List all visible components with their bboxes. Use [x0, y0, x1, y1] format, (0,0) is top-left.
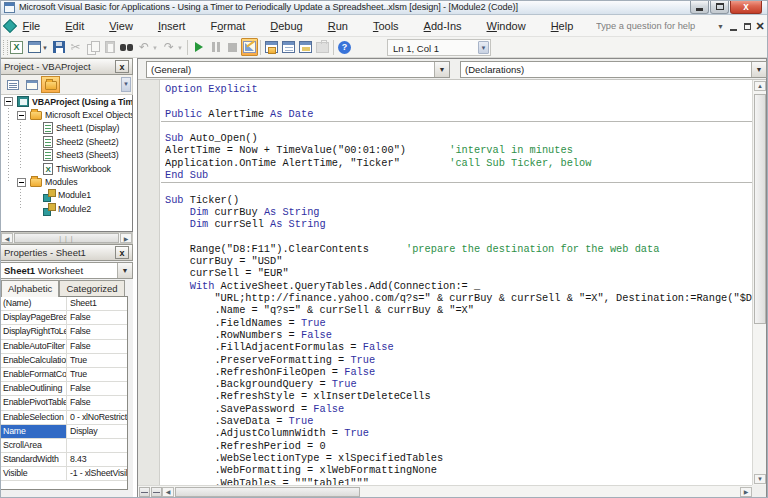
menu-window[interactable]: Window — [474, 17, 538, 35]
cut-icon[interactable]: ✂ — [67, 38, 84, 56]
procedure-dropdown[interactable]: (Declarations) ▼ — [460, 61, 767, 78]
run-icon[interactable] — [190, 38, 207, 56]
menu-tools[interactable]: Tools — [360, 17, 411, 35]
save-icon[interactable] — [50, 38, 67, 56]
properties-panel-titlebar[interactable]: Properties - Sheet1 x — [0, 244, 133, 261]
scroll-left-icon[interactable]: ◀ — [162, 487, 174, 497]
properties-close-icon[interactable]: x — [115, 246, 129, 259]
object-dropdown-icon[interactable]: ▼ — [434, 62, 449, 77]
folder-icon — [30, 111, 42, 120]
menu-view[interactable]: View — [97, 17, 146, 35]
project-close-icon[interactable]: x — [115, 60, 129, 73]
property-row-enablepivottable[interactable]: EnablePivotTableFalse — [1, 396, 127, 410]
hscroll-thumb[interactable] — [175, 487, 360, 497]
property-row-enableformatcon[interactable]: EnableFormatConTrue — [1, 368, 127, 382]
copy-icon[interactable] — [84, 38, 101, 56]
object-dropdown[interactable]: (General) ▼ — [146, 61, 450, 78]
procedure-dropdown-icon[interactable]: ▼ — [751, 62, 766, 77]
toggle-folders-button[interactable] — [41, 76, 60, 93]
menu-file[interactable]: File — [10, 17, 53, 35]
insert-userform-icon[interactable]: ▼ — [25, 38, 50, 56]
tab-categorized[interactable]: Categorized — [59, 280, 124, 296]
close-button[interactable]: x — [730, 0, 762, 14]
property-row-visible[interactable]: Visible-1 - xlSheetVisib — [1, 467, 127, 481]
minimize-button[interactable] — [690, 0, 709, 14]
property-row-standardwidth[interactable]: StandardWidth8.43 — [1, 453, 127, 467]
mdi-close-button[interactable]: ✕ — [753, 20, 767, 33]
menu-debug[interactable]: Debug — [258, 17, 315, 35]
tree-item-modules[interactable]: Modules — [1, 175, 132, 188]
project-panel-titlebar[interactable]: Project - VBAProject x — [0, 58, 133, 75]
view-object-button[interactable] — [22, 76, 41, 93]
object-combo[interactable]: Sheet1 Worksheet ▼ — [0, 262, 133, 279]
view-excel-icon[interactable]: X — [8, 38, 25, 56]
project-hscrollbar[interactable]: ◀ | | | ▶ — [0, 232, 133, 244]
menu-bar: FileEditViewInsertFormatDebugRunToolsAdd… — [0, 15, 768, 37]
project-explorer-icon[interactable] — [263, 38, 280, 56]
window-title: Microsoft Visual Basic for Applications … — [19, 2, 518, 12]
procedure-view-button[interactable] — [139, 487, 150, 497]
question-help-input[interactable]: Type a question for help — [596, 18, 720, 34]
property-row-displaypagebreak[interactable]: DisplayPageBreakFalse — [1, 311, 127, 325]
code-text[interactable]: Option Explicit Public AlertTime As Date… — [165, 83, 752, 485]
scroll-down-icon[interactable]: ▼ — [754, 474, 766, 484]
tree-item-sheet1-display[interactable]: Sheet1 (Display) — [1, 122, 132, 135]
toolbar-separator — [260, 40, 261, 55]
tree-item-vbaproject-using-a-tim[interactable]: VBAProject (Using a Tim — [1, 95, 132, 108]
tree-item-thisworkbook[interactable]: XThisWorkbook — [1, 162, 132, 175]
design-mode-icon[interactable] — [241, 38, 258, 56]
properties-window-icon[interactable] — [280, 38, 297, 56]
collapse-icon[interactable] — [4, 97, 13, 106]
find-icon[interactable] — [118, 38, 135, 56]
property-row-name[interactable]: (Name)Sheet1 — [1, 297, 127, 311]
maximize-button[interactable] — [710, 0, 729, 14]
procedure-separator — [161, 121, 752, 122]
property-row-scrollarea[interactable]: ScrollArea — [1, 439, 127, 453]
paste-icon[interactable] — [101, 38, 118, 56]
object-combo-dropdown-icon[interactable]: ▼ — [117, 263, 132, 278]
menu-help[interactable]: Help — [538, 17, 586, 35]
scroll-right-icon[interactable]: ▶ — [120, 233, 132, 243]
code-vscrollbar[interactable]: ▲ ▼ — [752, 80, 766, 485]
tab-alphabetic[interactable]: Alphabetic — [1, 280, 59, 297]
vscroll-thumb[interactable] — [754, 94, 766, 324]
module-view-button[interactable] — [151, 487, 162, 497]
properties-panel-title: Properties - Sheet1 — [4, 247, 115, 258]
tree-item-module1[interactable]: Module1 — [1, 189, 132, 202]
code-editor[interactable]: Option Explicit Public AlertTime As Date… — [138, 80, 766, 497]
property-row-displayrighttolef[interactable]: DisplayRightToLefFalse — [1, 325, 127, 339]
menu-insert[interactable]: Insert — [145, 17, 198, 35]
tree-item-sheet3-sheet3[interactable]: Sheet3 (Sheet3) — [1, 149, 132, 162]
mdi-minimize-button[interactable] — [726, 20, 740, 33]
scroll-right-icon[interactable]: ▶ — [740, 487, 752, 497]
scroll-left-icon[interactable]: ◀ — [1, 233, 13, 243]
redo-icon[interactable]: ↷▼ — [160, 38, 185, 56]
help-dropdown-icon[interactable]: ▼ — [717, 23, 724, 30]
help-icon[interactable]: ? — [336, 38, 353, 56]
project-hscroll-thumb[interactable]: | | | — [14, 233, 119, 243]
tree-item-sheet2-sheet2[interactable]: Sheet2 (Sheet2) — [1, 135, 132, 148]
tree-item-module2[interactable]: Module2 — [1, 202, 132, 215]
mdi-restore-button[interactable] — [740, 20, 754, 33]
code-hscrollbar[interactable]: ◀ ▶ — [138, 485, 752, 497]
reset-icon[interactable] — [224, 38, 241, 56]
property-row-enablecalculation[interactable]: EnableCalculationTrue — [1, 354, 127, 368]
collapse-icon[interactable] — [17, 111, 26, 120]
project-toolbar-grip[interactable]: ▼ — [121, 77, 131, 92]
property-row-enableautofilter[interactable]: EnableAutoFilterFalse — [1, 340, 127, 354]
property-row-name[interactable]: NameDisplay — [1, 425, 127, 439]
property-row-enableoutlining[interactable]: EnableOutliningFalse — [1, 382, 127, 396]
menu-format[interactable]: Format — [198, 17, 258, 35]
toolbox-icon[interactable] — [314, 38, 331, 56]
menu-add-ins[interactable]: Add-Ins — [411, 17, 474, 35]
object-browser-icon[interactable] — [297, 38, 314, 56]
break-icon[interactable] — [207, 38, 224, 56]
view-code-button[interactable] — [3, 76, 22, 93]
scroll-up-icon[interactable]: ▲ — [754, 81, 766, 91]
menu-run[interactable]: Run — [315, 17, 360, 35]
property-row-enableselection[interactable]: EnableSelection0 - xlNoRestricti — [1, 411, 127, 425]
collapse-icon[interactable] — [17, 178, 26, 187]
undo-icon[interactable]: ↶▼ — [135, 38, 160, 56]
tree-item-microsoft-excel-objects[interactable]: Microsoft Excel Objects — [1, 108, 132, 121]
menu-edit[interactable]: Edit — [53, 17, 97, 35]
